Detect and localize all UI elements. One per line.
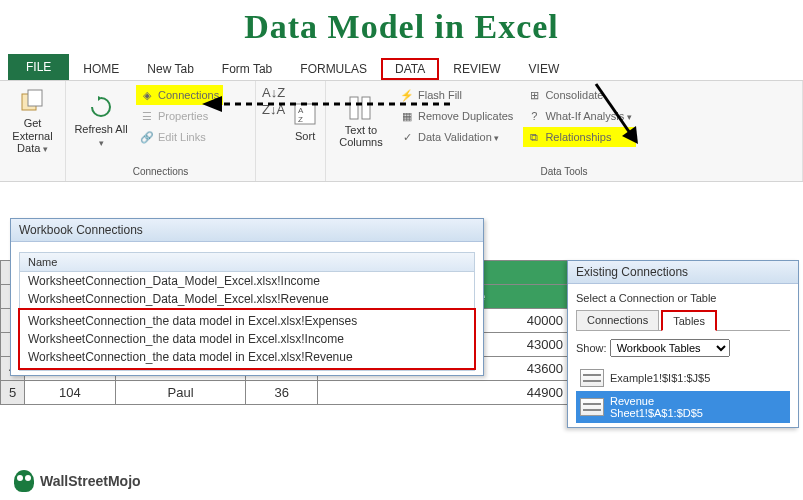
get-external-data-button[interactable]: Get External Data	[6, 85, 59, 157]
connections-button[interactable]: ◈ Connections	[136, 85, 223, 105]
tab-formtab[interactable]: Form Tab	[208, 58, 286, 80]
svg-text:Z: Z	[298, 115, 303, 124]
ribbon: Get External Data Refresh All ◈ Connecti…	[0, 80, 803, 182]
list-item[interactable]: WorksheetConnection_the data model in Ex…	[20, 348, 474, 366]
validation-icon: ✓	[400, 130, 414, 144]
existing-connections-dialog: Existing Connections Select a Connection…	[567, 260, 799, 428]
list-item[interactable]: WorksheetConnection_Data_Model_Excel.xls…	[20, 290, 474, 308]
svg-rect-5	[350, 97, 358, 119]
remove-duplicates-button[interactable]: ▦ Remove Duplicates	[396, 106, 517, 126]
cell[interactable]: Paul	[115, 381, 246, 405]
dialog-subtitle: Select a Connection or Table	[576, 292, 790, 304]
consolidate-icon: ⊞	[527, 88, 541, 102]
tab-home[interactable]: HOME	[69, 58, 133, 80]
svg-rect-6	[362, 97, 370, 119]
properties-button[interactable]: ☰ Properties	[136, 106, 223, 126]
data-validation-button[interactable]: ✓ Data Validation	[396, 127, 517, 147]
group-label-connections: Connections	[72, 164, 249, 179]
list-column-name[interactable]: Name	[19, 252, 475, 272]
cell[interactable]: 104	[25, 381, 116, 405]
tab-file[interactable]: FILE	[8, 54, 69, 80]
show-select[interactable]: Workbook Tables	[610, 339, 730, 357]
relationships-button[interactable]: ⧉ Relationships	[523, 127, 635, 147]
remove-dup-icon: ▦	[400, 109, 414, 123]
refresh-icon	[87, 93, 115, 121]
text-columns-icon	[347, 94, 375, 122]
list-item[interactable]: WorksheetConnection_Data_Model_Excel.xls…	[20, 272, 474, 290]
row-header[interactable]: 5	[1, 381, 25, 405]
table-icon	[580, 369, 604, 387]
consolidate-button[interactable]: ⊞ Consolidate	[523, 85, 635, 105]
sort-asc-icon[interactable]: A↓Z	[262, 85, 285, 100]
svg-rect-1	[28, 90, 42, 106]
sort-desc-icon[interactable]: Z↓A	[262, 102, 285, 117]
tab-connections[interactable]: Connections	[576, 310, 659, 330]
cell[interactable]: 36	[246, 381, 318, 405]
list-item[interactable]: WorksheetConnection_the data model in Ex…	[20, 312, 474, 330]
dialog-title: Workbook Connections	[11, 219, 483, 242]
flash-fill-button[interactable]: ⚡ Flash Fill	[396, 85, 517, 105]
external-data-icon	[19, 87, 47, 115]
tab-tables[interactable]: Tables	[661, 310, 717, 331]
edit-links-icon: 🔗	[140, 130, 154, 144]
page-title: Data Model in Excel	[0, 0, 803, 52]
table-icon	[580, 398, 604, 416]
show-label: Show:	[576, 342, 607, 354]
owl-icon	[14, 470, 34, 492]
footer-logo: WallStreetMojo	[14, 470, 141, 492]
tab-data[interactable]: DATA	[381, 58, 439, 80]
whatif-button[interactable]: ? What-If Analysis	[523, 106, 635, 126]
relationships-icon: ⧉	[527, 130, 541, 144]
dialog-title: Existing Connections	[568, 261, 798, 284]
tab-formulas[interactable]: FORMULAS	[286, 58, 381, 80]
flash-fill-icon: ⚡	[400, 88, 414, 102]
sort-button[interactable]: AZ Sort	[291, 85, 319, 157]
group-label-datatools: Data Tools	[332, 164, 796, 179]
connection-item[interactable]: Example1!$I$1:$J$5	[576, 365, 790, 391]
tab-view[interactable]: VIEW	[515, 58, 574, 80]
sort-icon: AZ	[291, 100, 319, 128]
list-item[interactable]: WorksheetConnection_the data model in Ex…	[20, 330, 474, 348]
whatif-icon: ?	[527, 109, 541, 123]
edit-links-button[interactable]: 🔗 Edit Links	[136, 127, 223, 147]
refresh-all-button[interactable]: Refresh All	[72, 85, 130, 157]
cell[interactable]: 44900	[318, 381, 570, 405]
tab-newtab[interactable]: New Tab	[133, 58, 207, 80]
properties-icon: ☰	[140, 109, 154, 123]
connections-icon: ◈	[140, 88, 154, 102]
workbook-connections-dialog: Workbook Connections Name WorksheetConne…	[10, 218, 484, 376]
tab-review[interactable]: REVIEW	[439, 58, 514, 80]
ribbon-tabs: FILE HOME New Tab Form Tab FORMULAS DATA…	[0, 52, 803, 80]
svg-text:A: A	[298, 106, 304, 115]
highlight-box: WorksheetConnection_the data model in Ex…	[18, 308, 476, 370]
connection-item[interactable]: Revenue Sheet1!$A$1:$D$5	[576, 391, 790, 423]
text-to-columns-button[interactable]: Text to Columns	[332, 85, 390, 157]
